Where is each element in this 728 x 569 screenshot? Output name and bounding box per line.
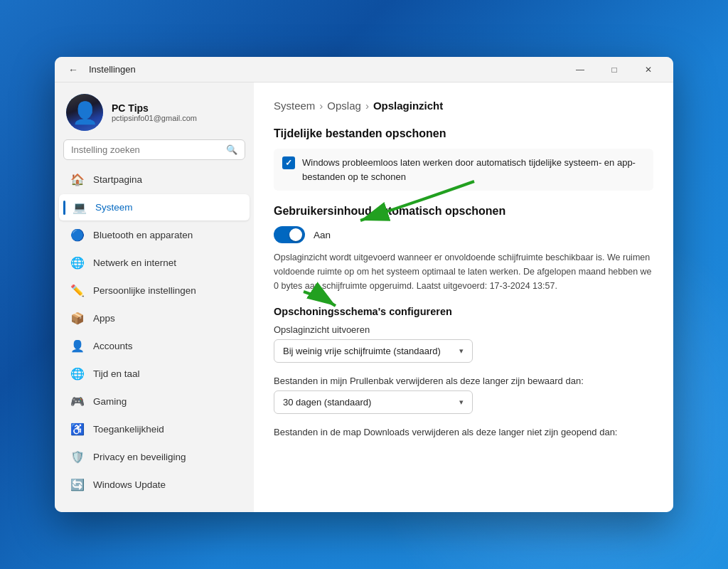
personalization-icon: ✏️ [70, 284, 85, 297]
sidebar-item-netwerk[interactable]: 🌐 Netwerk en internet [59, 250, 250, 276]
back-button[interactable]: ← [63, 60, 83, 80]
chevron-down-icon: ▾ [459, 346, 464, 356]
privacy-icon: 🛡️ [70, 450, 85, 464]
user-name: PC Tips [112, 102, 242, 114]
field3-label: Bestanden in de map Downloads verwijdere… [274, 427, 653, 437]
sidebar: PC Tips pctipsinfo01@gmail.com 🔍 🏠 Start… [55, 83, 254, 512]
update-icon: 🔄 [70, 478, 85, 491]
sidebar-item-toegankelijkheid[interactable]: ♿ Toegankelijkheid [59, 416, 250, 442]
breadcrumb-current: Opslaginzicht [373, 100, 443, 112]
sidebar-item-label: Accounts [93, 341, 133, 351]
sidebar-item-persoonlijke[interactable]: ✏️ Persoonlijke instellingen [59, 277, 250, 304]
section2-title: Gebruikersinhoud automatisch opschonen [274, 205, 653, 218]
subsection-title: Opschoningsschema's configureren [274, 306, 653, 317]
sidebar-item-gaming[interactable]: 🎮 Gaming [59, 388, 250, 415]
dropdown-prullenbak[interactable]: 30 dagen (standaard) ▾ [274, 390, 473, 414]
avatar-image [66, 94, 103, 131]
sidebar-item-label: Persoonlijke instellingen [93, 285, 196, 296]
avatar [66, 94, 103, 131]
maximize-button[interactable]: □ [598, 57, 631, 83]
toggle-row: Aan [274, 226, 653, 243]
search-input[interactable] [71, 144, 220, 155]
titlebar: ← Instellingen — □ ✕ [55, 57, 673, 83]
network-icon: 🌐 [70, 256, 85, 270]
home-icon: 🏠 [70, 173, 85, 186]
accounts-icon: 👤 [70, 339, 85, 353]
accessibility-icon: ♿ [70, 422, 85, 436]
user-info: PC Tips pctipsinfo01@gmail.com [112, 102, 242, 122]
sidebar-item-label: Gaming [93, 396, 127, 407]
user-profile: PC Tips pctipsinfo01@gmail.com [55, 83, 254, 139]
breadcrumb-part2: Opslag [327, 100, 361, 112]
breadcrumb: Systeem › Opslag › Opslaginzicht [274, 100, 653, 112]
field1-label: Opslaginzicht uitvoeren [274, 324, 653, 335]
sidebar-item-accounts[interactable]: 👤 Accounts [59, 333, 250, 359]
window-title: Instellingen [89, 64, 136, 75]
time-icon: 🌐 [70, 367, 85, 381]
sidebar-item-label: Systeem [95, 202, 133, 213]
sidebar-item-tijd[interactable]: 🌐 Tijd en taal [59, 361, 250, 387]
chevron-down-icon: ▾ [459, 398, 464, 407]
sidebar-item-label: Windows Update [93, 479, 166, 490]
window-controls: — □ ✕ [564, 57, 665, 83]
checkbox-tijdelijke[interactable]: ✓ [282, 156, 295, 169]
breadcrumb-part1: Systeem [274, 100, 315, 112]
sidebar-item-privacy[interactable]: 🛡️ Privacy en beveiliging [59, 444, 250, 470]
search-bar[interactable]: 🔍 [63, 139, 245, 160]
checkbox-label: Windows probleemloos laten werken door a… [302, 156, 645, 184]
sidebar-item-label: Startpagina [93, 174, 142, 185]
checkbox-row: ✓ Windows probleemloos laten werken door… [274, 149, 653, 191]
section1-title: Tijdelijke bestanden opschonen [274, 127, 653, 140]
check-mark: ✓ [285, 158, 292, 168]
apps-icon: 📦 [70, 312, 85, 325]
gaming-icon: 🎮 [70, 395, 85, 408]
user-email: pctipsinfo01@gmail.com [112, 114, 242, 122]
breadcrumb-sep1: › [319, 100, 323, 112]
system-icon: 💻 [73, 201, 87, 214]
sidebar-item-bluetooth[interactable]: 🔵 Bluetooth en apparaten [59, 222, 250, 248]
sidebar-item-windows-update[interactable]: 🔄 Windows Update [59, 472, 250, 498]
toggle-gebruikersinhoud[interactable] [274, 226, 305, 243]
close-button[interactable]: ✕ [632, 57, 665, 83]
sidebar-item-label: Toegankelijkheid [93, 424, 164, 435]
sidebar-item-label: Netwerk en internet [93, 257, 176, 268]
sidebar-item-apps[interactable]: 📦 Apps [59, 305, 250, 331]
search-icon: 🔍 [226, 144, 237, 155]
content-area: Systeem › Opslag › Opslaginzicht Tijdeli… [254, 83, 673, 512]
dropdown-opslaginzicht[interactable]: Bij weinig vrije schijfruimte (standaard… [274, 339, 473, 363]
breadcrumb-sep2: › [365, 100, 369, 112]
sidebar-item-startpagina[interactable]: 🏠 Startpagina [59, 166, 250, 193]
sidebar-item-label: Tijd en taal [93, 368, 140, 379]
sidebar-item-systeem[interactable]: 💻 Systeem [59, 194, 250, 220]
dropdown1-value: Bij weinig vrije schijfruimte (standaard… [283, 346, 441, 356]
bluetooth-icon: 🔵 [70, 228, 85, 242]
toggle-label: Aan [314, 230, 331, 240]
toggle-knob [289, 228, 302, 241]
description-text: Opslaginzicht wordt uitgevoerd wanneer e… [274, 250, 653, 293]
dropdown2-value: 30 dagen (standaard) [283, 397, 371, 408]
sidebar-item-label: Privacy en beveiliging [93, 452, 186, 462]
field2-label: Bestanden in mijn Prullenbak verwijderen… [274, 376, 653, 386]
sidebar-item-label: Bluetooth en apparaten [93, 230, 193, 240]
minimize-button[interactable]: — [564, 57, 596, 83]
sidebar-item-label: Apps [93, 313, 115, 324]
